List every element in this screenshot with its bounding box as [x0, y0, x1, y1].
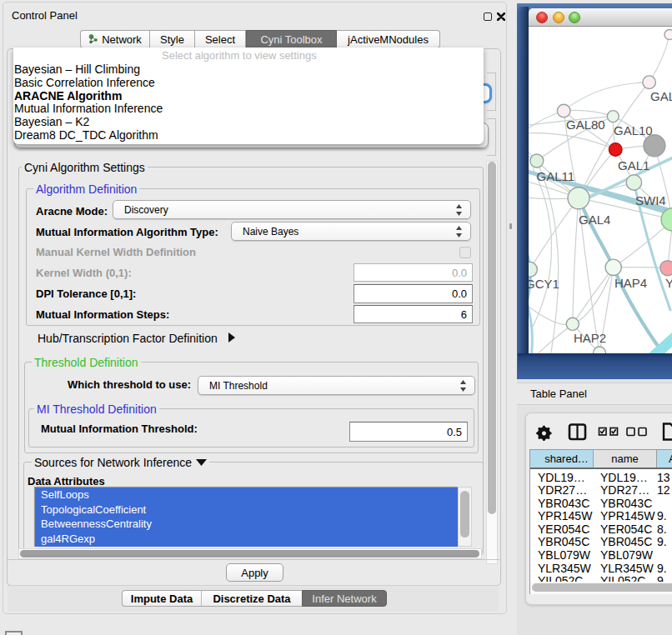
- svg-text:GAL2: GAL2: [650, 89, 672, 103]
- svg-text:GCY1: GCY1: [529, 277, 559, 291]
- svg-text:GAL1: GAL1: [618, 158, 649, 172]
- svg-text:GAL80: GAL80: [566, 118, 605, 132]
- svg-text:GAL11: GAL11: [537, 169, 575, 183]
- svg-text:HAP4: HAP4: [614, 276, 647, 290]
- svg-text:SWI4: SWI4: [635, 193, 666, 208]
- svg-text:GAL10: GAL10: [614, 123, 653, 138]
- svg-text:HAP2: HAP2: [574, 331, 606, 345]
- svg-text:YEL1: YEL1: [665, 276, 672, 290]
- svg-text:GAL4: GAL4: [579, 212, 610, 227]
